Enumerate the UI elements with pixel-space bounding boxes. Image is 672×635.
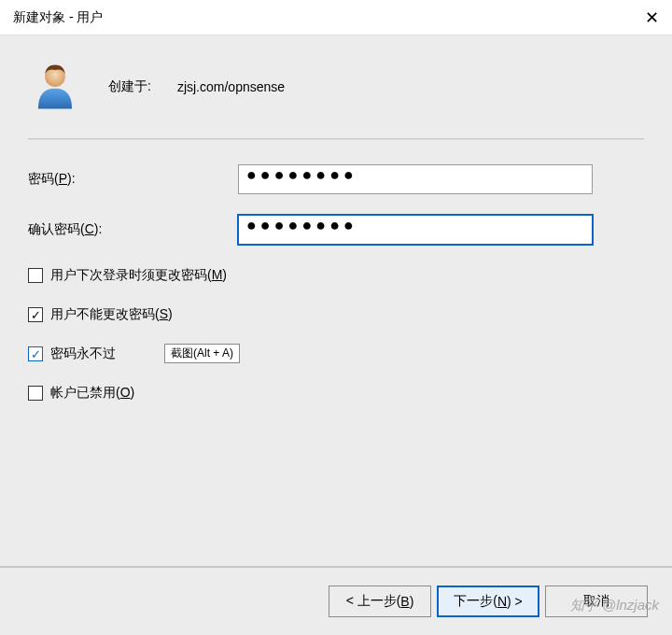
content-area: 创建于: zjsj.com/opnsense 密码(P): ●●●●●●●● 确… (0, 35, 672, 566)
must-change-password-label: 用户下次登录时须更改密码(M) (50, 267, 227, 284)
account-disabled-checkbox[interactable] (28, 386, 43, 401)
dialog-window: 新建对象 - 用户 ✕ 创建于: zjsj.com/opnsense (0, 0, 672, 635)
user-cannot-change-row: ✓ 用户不能更改密码(S) (28, 304, 644, 325)
password-never-expires-checkbox[interactable]: ✓ (28, 346, 43, 361)
account-disabled-row: 帐户已禁用(O) (28, 383, 644, 403)
created-at-label: 创建于: (108, 78, 151, 95)
window-title: 新建对象 - 用户 (13, 9, 103, 26)
password-row: 密码(P): ●●●●●●●● (28, 164, 644, 194)
titlebar: 新建对象 - 用户 ✕ (0, 0, 672, 35)
must-change-password-checkbox[interactable] (28, 268, 43, 283)
close-icon[interactable]: ✕ (645, 9, 659, 26)
password-never-expires-row: ✓ 密码永不过 截图(Alt + A) (28, 344, 644, 364)
user-cannot-change-label: 用户不能更改密码(S) (50, 306, 173, 323)
confirm-password-row: 确认密码(C): ●●●●●●●● (28, 215, 644, 245)
screenshot-tooltip: 截图(Alt + A) (164, 344, 240, 363)
password-never-expires-label: 密码永不过 (50, 346, 116, 362)
account-disabled-label: 帐户已禁用(O) (50, 385, 134, 402)
footer: < 上一步(B) 下一步(N) > 取消 知乎 @lnzjack (0, 566, 672, 635)
created-at-path: zjsj.com/opnsense (177, 79, 285, 94)
separator (28, 138, 644, 140)
checkbox-group: 用户下次登录时须更改密码(M) ✓ 用户不能更改密码(S) ✓ 密码永不过 截图… (28, 265, 644, 403)
next-button[interactable]: 下一步(N) > (437, 586, 539, 617)
confirm-password-label: 确认密码(C): (28, 221, 238, 238)
password-label: 密码(P): (28, 171, 238, 188)
header-row: 创建于: zjsj.com/opnsense (28, 35, 644, 138)
confirm-password-input[interactable]: ●●●●●●●● (238, 215, 593, 245)
user-icon (28, 60, 82, 114)
back-button[interactable]: < 上一步(B) (329, 586, 431, 617)
user-cannot-change-checkbox[interactable]: ✓ (28, 307, 43, 322)
must-change-password-row: 用户下次登录时须更改密码(M) (28, 265, 644, 286)
cancel-button[interactable]: 取消 (545, 586, 648, 617)
password-input[interactable]: ●●●●●●●● (238, 164, 593, 194)
